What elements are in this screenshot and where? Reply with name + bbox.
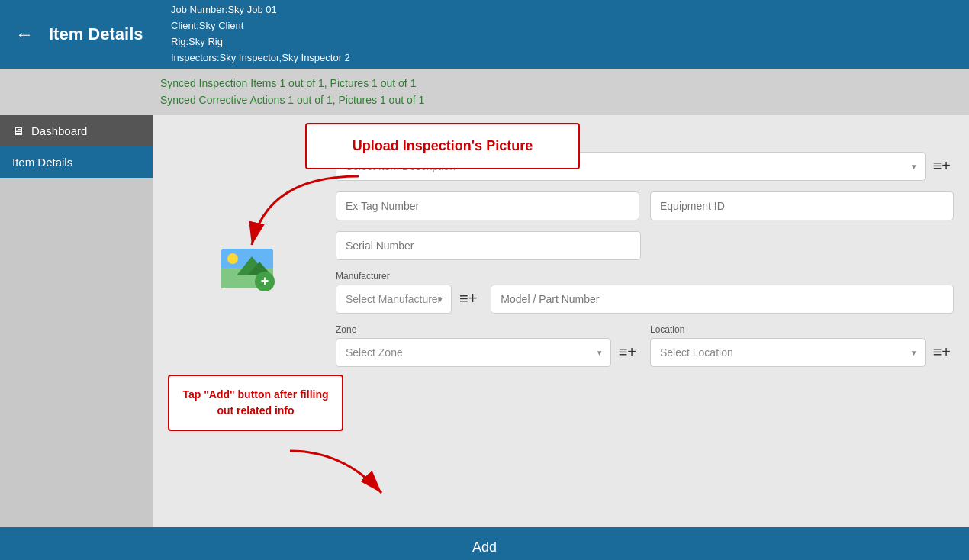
location-add-btn[interactable]: ≡+ [930,340,954,364]
zone-field: Zone Select Zone ≡+ [336,324,639,367]
sidebar-item-dashboard[interactable]: 🖥 Dashboard [0,115,153,146]
page-title: Item Details [49,24,156,44]
zone-location-row: Zone Select Zone ≡+ Location [336,324,954,367]
zone-select[interactable]: Select Zone [336,338,611,367]
main-content: Upload Inspection's Picture [153,115,969,527]
location-label: Location [650,324,954,335]
svg-text:+: + [261,273,269,288]
location-dropdown[interactable]: Select Location [650,338,926,367]
zone-wrapper: Select Zone ≡+ [336,338,639,367]
body-area: 🖥 Dashboard Item Details Upload Inspecti… [0,115,969,527]
dashboard-label: Dashboard [31,124,87,137]
location-field: Location Select Location ≡+ [650,324,954,367]
manufacturer-row: Manufacturer Select Manufacturer ≡+ [336,271,954,314]
arrow-to-add [282,443,435,504]
form-area: Item Description Select Item Description… [336,138,954,367]
item-details-label: Item Details [12,156,72,169]
manufacturer-wrapper: Select Manufacturer ≡+ [336,285,954,314]
serial-number-row [336,231,954,260]
manufacturer-add-btn[interactable]: ≡+ [456,287,480,311]
add-list-icon: ≡+ [933,157,951,174]
tap-add-callout-text: Tap "Add" button after filling out relat… [182,388,328,417]
tap-add-callout-box: Tap "Add" button after filling out relat… [168,375,343,431]
sync-line2: Synced Corrective Actions 1 out of 1, Pi… [160,92,954,108]
job-info: Job Number:Sky Job 01 Client:Sky Client … [171,2,350,66]
svg-point-4 [227,253,238,264]
location-wrapper: Select Location ≡+ [650,338,954,367]
model-part-input[interactable] [491,285,954,314]
item-description-add-btn[interactable]: ≡+ [930,154,954,178]
manufacturer-add-list-icon: ≡+ [459,290,477,307]
add-button[interactable]: Add [472,539,497,555]
equipment-id-field [650,191,954,220]
ex-tag-field [336,191,639,220]
app-header: ← Item Details Job Number:Sky Job 01 Cli… [0,0,969,69]
zone-label: Zone [336,324,639,335]
sync-line1: Synced Inspection Items 1 out of 1, Pict… [160,75,954,92]
model-part-field [491,285,954,314]
add-button-bar[interactable]: Add [0,527,969,560]
sidebar: 🖥 Dashboard Item Details [0,115,153,527]
manufacturer-dropdown[interactable]: Select Manufacturer [336,285,452,314]
dashboard-icon: 🖥 [12,124,24,137]
zone-add-btn[interactable]: ≡+ [616,340,639,364]
manufacturer-select-wrapper: Select Manufacturer ≡+ [336,285,480,314]
manufacturer-select[interactable]: Select Manufacturer [336,285,452,314]
back-button[interactable]: ← [15,24,34,45]
location-select[interactable]: Select Location [650,338,926,367]
ex-tag-input[interactable] [336,191,639,220]
equipment-id-input[interactable] [650,191,954,220]
zone-dropdown[interactable]: Select Zone [336,338,611,367]
sync-bar: Synced Inspection Items 1 out of 1, Pict… [0,69,969,115]
location-add-list-icon: ≡+ [933,343,951,360]
serial-number-input[interactable] [336,231,641,260]
sidebar-item-details[interactable]: Item Details [0,146,153,178]
tag-equipment-row [336,191,954,220]
manufacturer-label: Manufacturer [336,271,954,282]
zone-add-list-icon: ≡+ [619,343,636,360]
upload-callout-text: Upload Inspection's Picture [353,138,533,153]
arrow-to-image [206,161,374,253]
